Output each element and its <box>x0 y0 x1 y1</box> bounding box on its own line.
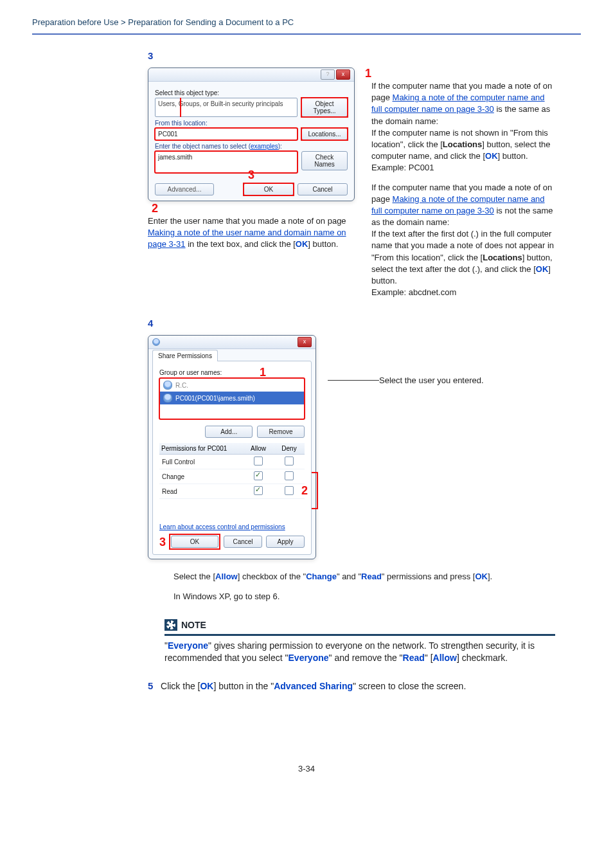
list-item-label: PC001(PC001\james.smith) <box>175 395 255 402</box>
note-icon <box>164 619 177 631</box>
s4-d: " permissions and press [ <box>382 572 475 581</box>
rhs-p1-ex: Example: PC001 <box>371 163 434 172</box>
object-types-value: Users, Groups, or Built-in security prin… <box>158 100 283 107</box>
step-3-number: 3 <box>148 50 153 61</box>
table-row: Full Control <box>159 455 305 469</box>
help-button[interactable]: ? <box>321 69 335 80</box>
name-input[interactable]: james.smith <box>155 151 298 173</box>
note-d: " [ <box>425 653 433 663</box>
callout-1: 1 <box>365 68 371 79</box>
step3-caption-a: Enter the user name that you made a note… <box>148 216 346 226</box>
note-everyone2: Everyone <box>289 653 329 663</box>
perm-apply-button[interactable]: Apply <box>266 536 305 548</box>
rhs-p2-loc: Locations <box>483 253 522 262</box>
perm-for-label: Permissions for PC001 <box>159 443 243 455</box>
remove-button[interactable]: Remove <box>257 426 305 438</box>
check-names-button[interactable]: Check Names <box>301 151 348 170</box>
s4-b: ] checkbox of the " <box>238 572 306 581</box>
read-deny-checkbox[interactable] <box>285 486 294 495</box>
perm-ok-button[interactable]: OK <box>171 536 218 548</box>
step3-caption-b: in the text box, and click the [ <box>188 239 296 249</box>
table-row: Read <box>159 484 305 499</box>
rhs-p2-ex: Example: abcdnet.com <box>371 287 456 297</box>
s4-read: Read <box>361 572 382 581</box>
close-button[interactable]: x <box>336 69 350 80</box>
perm-callout-3: 3 <box>159 536 166 548</box>
rhs-p1-e: ] button. <box>498 151 528 161</box>
permissions-dialog: x Share Permissions Group or user names:… <box>148 335 316 559</box>
callout-2: 2 <box>152 203 158 214</box>
note-read: Read <box>403 653 425 663</box>
select-type-label: Select this object type: <box>155 89 348 96</box>
change-deny-checkbox[interactable] <box>285 471 294 480</box>
note-everyone1: Everyone <box>168 640 208 651</box>
perm-read: Read <box>159 484 243 499</box>
cancel-button[interactable]: Cancel <box>298 183 348 195</box>
s4-ok: OK <box>475 572 488 581</box>
enter-names-post: ): <box>278 143 282 150</box>
ok-button[interactable]: OK <box>244 183 294 195</box>
add-button[interactable]: Add... <box>205 426 253 438</box>
learn-link[interactable]: Learn about access control and permissio… <box>159 523 305 530</box>
s4-e: ]. <box>488 572 492 581</box>
user-listbox[interactable]: R.C. PC001(PC001\james.smith) <box>159 378 305 419</box>
list-item-selected[interactable]: PC001(PC001\james.smith) <box>160 392 304 404</box>
perm-callout-2: 2 <box>301 485 308 496</box>
rhs-p2-ok: OK <box>536 264 549 274</box>
step3-caption-ok: OK <box>296 239 308 249</box>
list-item-label: R.C. <box>175 382 188 389</box>
perm-full: Full Control <box>159 455 243 469</box>
full-allow-checkbox[interactable] <box>254 457 263 466</box>
xp-line: In Windows XP, go to step 6. <box>173 591 555 602</box>
perm-titlebar: x <box>148 336 315 349</box>
step3-caption-c: ] button. <box>308 239 338 249</box>
change-allow-checkbox[interactable] <box>254 471 263 480</box>
advanced-button[interactable]: Advanced... <box>155 183 214 195</box>
step-5-number: 5 <box>148 680 153 691</box>
table-row: Change <box>159 469 305 484</box>
s4-allow: Allow <box>215 572 238 581</box>
perm-callout-1: 1 <box>260 366 266 378</box>
page-number: 3-34 <box>0 764 613 773</box>
note-allow: Allow <box>433 653 457 663</box>
perm-close-button[interactable]: x <box>298 337 312 347</box>
step-4-number: 4 <box>148 318 153 329</box>
select-user-text: Select the user you entered. <box>379 375 484 386</box>
from-location-label: From this location: <box>155 120 348 127</box>
note-rule <box>164 634 555 636</box>
enter-names-label: Enter the object names to select (exampl… <box>155 143 348 150</box>
s5-c: " screen to close the screen. <box>353 681 466 691</box>
from-location-field: PC001 <box>155 128 298 140</box>
locations-button[interactable]: Locations... <box>301 128 348 140</box>
s5-a: Click the [ <box>161 681 200 691</box>
s4-a: Select the [ <box>173 572 215 581</box>
deny-header: Deny <box>274 443 305 455</box>
breadcrumb: Preparation before Use > Preparation for… <box>32 17 581 35</box>
s4-c: " and " <box>337 572 361 581</box>
perm-change: Change <box>159 469 243 484</box>
rhs-p1-loc: Locations <box>443 140 482 149</box>
s5-ok: OK <box>200 681 213 691</box>
share-permissions-tab[interactable]: Share Permissions <box>152 350 218 361</box>
user-icon <box>163 381 172 390</box>
dialog-titlebar: ? x <box>148 68 354 82</box>
callout-3: 3 <box>248 168 254 181</box>
perm-cancel-button[interactable]: Cancel <box>224 536 262 548</box>
user-icon <box>163 393 172 402</box>
note-c: " and remove the " <box>329 653 403 663</box>
group-user-label: Group or user names: <box>159 369 260 376</box>
s5-b: ] button in the " <box>213 681 274 691</box>
object-types-button[interactable]: Object Types... <box>301 98 348 117</box>
connector-line <box>328 380 379 381</box>
s4-change: Change <box>306 572 337 581</box>
examples-link[interactable]: examples <box>251 143 278 150</box>
object-types-field: Users, Groups, or Built-in security prin… <box>155 98 298 117</box>
allow-header: Allow <box>243 443 274 455</box>
list-item[interactable]: R.C. <box>160 379 304 392</box>
enter-names-pre: Enter the object names to select ( <box>155 143 251 150</box>
full-deny-checkbox[interactable] <box>285 457 294 466</box>
rhs-p1-ok: OK <box>485 151 498 161</box>
select-users-dialog: ? x Select this object type: Users, Grou… <box>148 68 355 201</box>
read-allow-checkbox[interactable] <box>254 486 263 495</box>
s5-adv: Advanced Sharing <box>274 681 353 691</box>
